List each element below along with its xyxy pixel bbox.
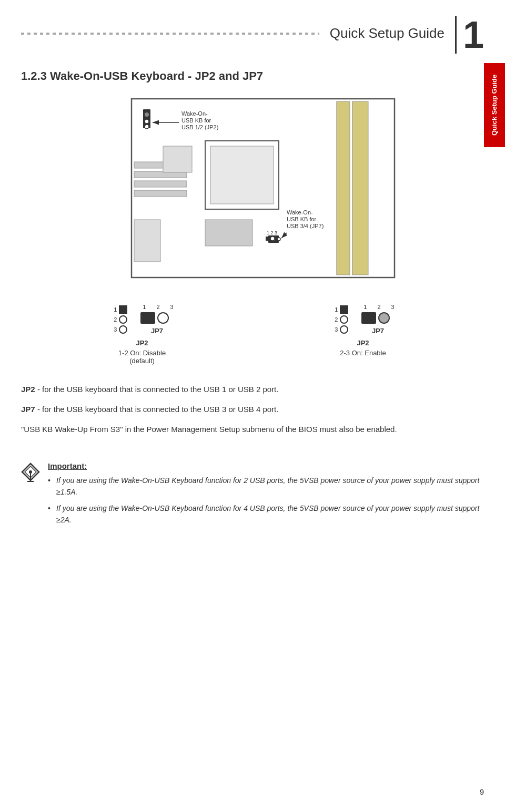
pin-num-1: 1 <box>110 306 117 313</box>
pin-2-circle <box>119 315 127 324</box>
pin-r1-square <box>340 305 348 314</box>
jp2-left-pins: 1 2 3 <box>110 305 127 334</box>
svg-text:Wake-On-: Wake-On- <box>287 209 313 215</box>
svg-rect-31 <box>205 220 252 246</box>
jp7-col1: 1 <box>143 304 146 310</box>
svg-point-7 <box>145 119 149 124</box>
motherboard-diagram-area: Wake-On- USB KB for USB 1/2 (JP2) Wake-O… <box>0 88 505 288</box>
jp2-desc-text: - for the USB keyboard that is connected… <box>37 385 279 394</box>
jp2-name-right: JP2 <box>357 339 369 347</box>
bios-paragraph: "USB KB Wake-Up From S3" in the Power Ma… <box>21 423 484 436</box>
jp7r-col3: 3 <box>391 304 395 310</box>
side-tab: Quick Setup Guide <box>484 63 505 147</box>
important-item-1: If you are using the Wake-On-USB Keyboar… <box>48 475 484 498</box>
jp2-bold: JP2 <box>21 385 35 394</box>
svg-text:1 2 3: 1 2 3 <box>267 230 277 235</box>
content-area: JP2 - for the USB keyboard that is conne… <box>0 375 505 451</box>
page-number-box: 1 <box>455 16 484 54</box>
plug-circle-left <box>157 312 169 324</box>
connector-diagram-right: 1 2 3 1 2 3 <box>331 304 394 335</box>
jp2-paragraph: JP2 - for the USB keyboard that is conne… <box>21 383 484 396</box>
svg-text:USB KB for: USB KB for <box>287 216 317 222</box>
svg-rect-18 <box>134 190 187 197</box>
dotted-line-decoration <box>21 33 319 35</box>
section-title: 1.2.3 Wake-On-USB Keyboard - JP2 and JP7 <box>0 59 505 88</box>
pin-3-circle <box>119 325 127 334</box>
pin-num-r3: 3 <box>331 326 338 333</box>
pin-num-r1: 1 <box>331 306 338 313</box>
important-title: Important: <box>48 461 484 470</box>
svg-rect-2 <box>337 101 350 275</box>
important-item-2: If you are using the Wake-On-USB Keyboar… <box>48 502 484 526</box>
svg-rect-30 <box>134 220 160 262</box>
svg-point-22 <box>277 238 280 241</box>
pin-num-r2: 2 <box>331 316 338 323</box>
connector-section: 1 2 3 1 2 3 <box>0 293 505 375</box>
svg-text:Wake-On-: Wake-On- <box>181 110 208 117</box>
jp2-right-pins: 1 2 3 <box>331 305 348 334</box>
svg-point-28 <box>270 237 275 241</box>
svg-text:USB 1/2 (JP2): USB 1/2 (JP2) <box>181 124 218 130</box>
important-list: If you are using the Wake-On-USB Keyboar… <box>48 475 484 526</box>
connector-group-left: 1 2 3 1 2 3 <box>110 304 173 365</box>
jp7-col2: 2 <box>156 304 159 310</box>
motherboard-svg: Wake-On- USB KB for USB 1/2 (JP2) Wake-O… <box>100 94 405 283</box>
important-bullet-2-text: If you are using the Wake-On-USB Keyboar… <box>56 504 479 524</box>
important-content: Important: If you are using the Wake-On-… <box>48 461 484 530</box>
page-number-large: 1 <box>463 16 484 54</box>
pin-r3-circle <box>340 325 348 334</box>
jp2-desc-right: 2-3 On: Enable <box>340 349 386 357</box>
important-bullet-1-text: If you are using the Wake-On-USB Keyboar… <box>56 476 479 496</box>
svg-point-6 <box>145 112 149 117</box>
plug-circle-right <box>378 312 390 324</box>
side-tab-text: Quick Setup Guide <box>490 75 499 136</box>
jp2-name-left: JP2 <box>136 339 148 347</box>
page-footer: 9 <box>480 787 484 796</box>
jp7r-col1: 1 <box>363 304 367 310</box>
pin-num-2: 2 <box>110 316 117 323</box>
svg-line-26 <box>281 233 287 238</box>
footer-page-number: 9 <box>480 787 484 796</box>
svg-text:USB KB for: USB KB for <box>181 117 211 124</box>
svg-point-8 <box>145 125 149 129</box>
pin-1-square <box>119 305 127 314</box>
header-title: Quick Setup Guide <box>330 25 445 42</box>
pin-num-3: 3 <box>110 326 117 333</box>
svg-rect-19 <box>163 146 192 172</box>
jp7-right-plug: 1 2 3 JP7 <box>361 304 394 335</box>
jp7-label-right: JP7 <box>361 327 394 335</box>
svg-rect-27 <box>266 237 270 241</box>
svg-rect-17 <box>134 181 187 187</box>
jp2-desc-left: 1-2 On: Disable (default) <box>118 349 166 365</box>
connector-diagram-left: 1 2 3 1 2 3 <box>110 304 173 335</box>
pin-r2-circle <box>340 315 348 324</box>
plug-black-left <box>140 312 155 324</box>
jp7-left-plug: 1 2 3 JP7 <box>140 304 173 335</box>
jp7-bold: JP7 <box>21 405 35 414</box>
jp7-paragraph: JP7 - for the USB keyboard that is conne… <box>21 403 484 416</box>
jp7-desc-text: - for the USB keyboard that is connected… <box>37 405 279 414</box>
svg-text:USB 3/4 (JP7): USB 3/4 (JP7) <box>287 223 324 229</box>
page-header: Quick Setup Guide 1 <box>0 0 505 59</box>
important-box: Important: If you are using the Wake-On-… <box>21 461 484 530</box>
connector-group-right: 1 2 3 1 2 3 <box>331 304 394 357</box>
jp7r-col2: 2 <box>377 304 380 310</box>
svg-rect-14 <box>210 146 274 204</box>
svg-point-38 <box>29 470 32 474</box>
svg-rect-1 <box>352 101 368 275</box>
important-icon <box>21 462 40 486</box>
bios-note-text: "USB KB Wake-Up From S3" in the Power Ma… <box>21 425 397 434</box>
header-dotted-area: Quick Setup Guide <box>21 16 445 42</box>
jp7-label-left: JP7 <box>140 327 173 335</box>
plug-black-right <box>361 312 376 324</box>
jp7-col3: 3 <box>170 304 174 310</box>
